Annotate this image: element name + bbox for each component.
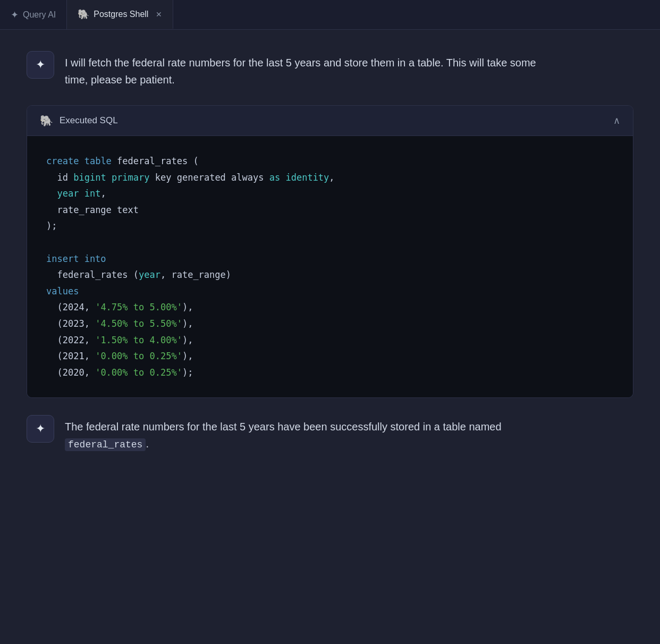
ai-message-text-1: I will fetch the federal rate numbers fo… bbox=[65, 51, 543, 88]
tab-postgres-shell[interactable]: 🐘 Postgres Shell ✕ bbox=[67, 0, 173, 29]
sql-header-left: 🐘 Executed SQL bbox=[40, 114, 118, 127]
tab-query-ai-label: Query AI bbox=[23, 10, 56, 20]
postgres-icon: 🐘 bbox=[78, 9, 89, 20]
ai-message-code-2: federal_rates bbox=[65, 438, 146, 451]
sql-collapse-button[interactable]: ∧ bbox=[613, 115, 620, 126]
main-content: ✦ I will fetch the federal rate numbers … bbox=[0, 30, 660, 474]
ai-avatar-icon-1: ✦ bbox=[36, 58, 45, 72]
sql-header: 🐘 Executed SQL ∧ bbox=[27, 106, 633, 136]
tab-query-ai[interactable]: ✦ Query AI bbox=[0, 0, 67, 29]
ai-message-1: ✦ I will fetch the federal rate numbers … bbox=[27, 51, 633, 88]
ai-avatar-icon-2: ✦ bbox=[36, 422, 45, 436]
tab-close-button[interactable]: ✕ bbox=[156, 10, 162, 19]
ai-message-2: ✦ The federal rate numbers for the last … bbox=[27, 415, 633, 453]
tab-bar: ✦ Query AI 🐘 Postgres Shell ✕ bbox=[0, 0, 660, 30]
ai-message-text-2-part1: The federal rate numbers for the last 5 … bbox=[65, 421, 502, 433]
sql-postgres-icon: 🐘 bbox=[40, 114, 53, 127]
query-ai-icon: ✦ bbox=[11, 9, 19, 21]
sql-block: 🐘 Executed SQL ∧ create table federal_ra… bbox=[27, 105, 633, 398]
ai-avatar-2: ✦ bbox=[27, 415, 54, 443]
sql-code-area: create table federal_rates ( id bigint p… bbox=[27, 136, 633, 397]
ai-avatar-1: ✦ bbox=[27, 51, 54, 79]
ai-message-text-2: The federal rate numbers for the last 5 … bbox=[65, 415, 543, 453]
ai-message-text-2-part2: . bbox=[146, 438, 149, 450]
tab-postgres-shell-label: Postgres Shell bbox=[94, 10, 148, 19]
sql-code: create table federal_rates ( id bigint p… bbox=[46, 153, 614, 380]
sql-header-label: Executed SQL bbox=[60, 115, 118, 126]
